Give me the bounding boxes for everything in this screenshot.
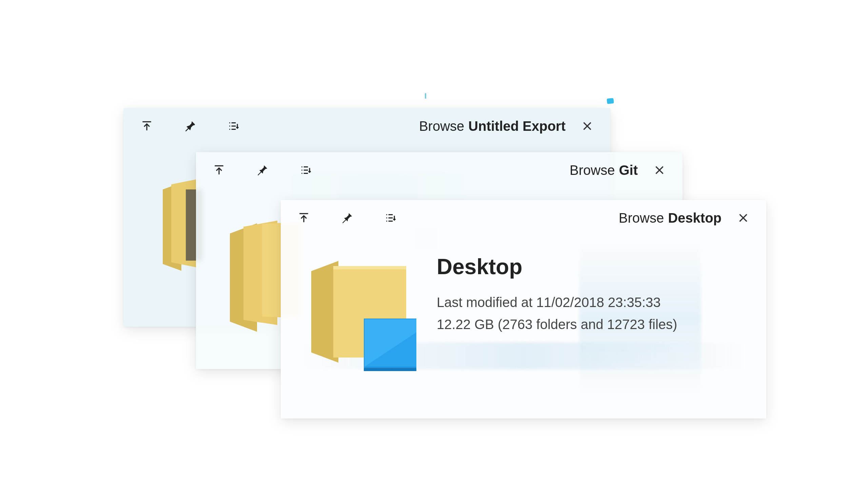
card-toolbar: Browse Untitled Export xyxy=(124,108,610,144)
list-sort-button[interactable] xyxy=(294,158,318,182)
size-line: 12.22 GB (2763 folders and 12723 files) xyxy=(437,317,753,332)
close-button[interactable] xyxy=(731,206,755,230)
pin-button[interactable] xyxy=(335,206,359,230)
pin-icon xyxy=(256,164,269,177)
go-to-top-icon xyxy=(213,164,225,177)
title-text: Git xyxy=(619,163,638,178)
svg-rect-35 xyxy=(364,368,416,371)
close-button[interactable] xyxy=(647,158,672,182)
folder-details: Desktop Last modified at 11/02/2018 23:3… xyxy=(437,251,753,339)
browse-label: Browse xyxy=(619,210,664,226)
go-to-top-icon xyxy=(297,211,310,224)
close-icon xyxy=(737,212,749,224)
browse-label: Browse xyxy=(419,119,464,134)
svg-rect-32 xyxy=(333,266,406,269)
decorative-tick xyxy=(425,93,426,99)
title-text: Untitled Export xyxy=(468,119,566,134)
close-button[interactable] xyxy=(575,114,599,138)
go-to-top-button[interactable] xyxy=(292,206,316,230)
pin-icon xyxy=(341,211,354,224)
close-icon xyxy=(581,120,593,132)
card-desktop: Browse Desktop xyxy=(281,200,766,419)
decorative-dot xyxy=(607,98,614,104)
folder-heading: Desktop xyxy=(437,254,753,279)
card-title[interactable]: Browse Desktop xyxy=(619,210,722,226)
card-title[interactable]: Browse Git xyxy=(570,163,638,178)
modified-line: Last modified at 11/02/2018 23:35:33 xyxy=(437,295,753,310)
pin-button[interactable] xyxy=(178,114,202,138)
go-to-top-icon xyxy=(140,120,153,133)
list-sort-icon xyxy=(227,120,240,133)
go-to-top-button[interactable] xyxy=(207,158,231,182)
close-icon xyxy=(653,164,666,176)
list-sort-button[interactable] xyxy=(378,206,403,230)
desktop-monitor-icon xyxy=(364,319,416,371)
pin-button[interactable] xyxy=(250,158,275,182)
list-sort-button[interactable] xyxy=(221,114,246,138)
card-title[interactable]: Browse Untitled Export xyxy=(419,119,566,134)
go-to-top-button[interactable] xyxy=(135,114,159,138)
title-text: Desktop xyxy=(668,210,722,226)
list-sort-icon xyxy=(299,164,312,177)
card-toolbar: Browse Desktop xyxy=(281,200,766,236)
folder-desktop-icon xyxy=(301,251,410,359)
browse-label: Browse xyxy=(570,163,615,178)
card-body: Desktop Last modified at 11/02/2018 23:3… xyxy=(301,251,753,408)
pin-icon xyxy=(184,120,197,133)
card-toolbar: Browse Git xyxy=(196,152,683,188)
list-sort-icon xyxy=(384,211,397,224)
